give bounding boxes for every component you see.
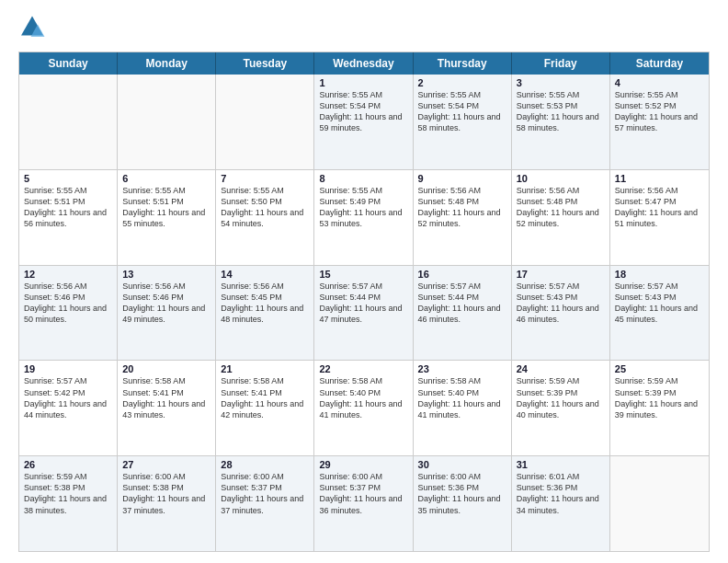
- calendar-cell: 14Sunrise: 5:56 AM Sunset: 5:45 PM Dayli…: [216, 266, 314, 361]
- calendar-cell: 1Sunrise: 5:55 AM Sunset: 5:54 PM Daylig…: [314, 75, 413, 169]
- weekday-header: Friday: [512, 52, 610, 75]
- day-number: 27: [122, 459, 210, 470]
- calendar-cell: 26Sunrise: 5:59 AM Sunset: 5:38 PM Dayli…: [19, 456, 118, 551]
- day-number: 20: [122, 363, 210, 374]
- calendar-row: 12Sunrise: 5:56 AM Sunset: 5:46 PM Dayli…: [19, 265, 709, 361]
- weekday-header: Wednesday: [314, 52, 413, 75]
- calendar-cell: 20Sunrise: 5:58 AM Sunset: 5:41 PM Dayli…: [118, 361, 216, 455]
- cell-info: Sunrise: 5:59 AM Sunset: 5:39 PM Dayligh…: [517, 375, 605, 420]
- calendar: SundayMondayTuesdayWednesdayThursdayFrid…: [18, 52, 710, 552]
- cell-info: Sunrise: 5:55 AM Sunset: 5:51 PM Dayligh…: [122, 185, 210, 230]
- cell-info: Sunrise: 5:57 AM Sunset: 5:44 PM Dayligh…: [418, 281, 506, 326]
- calendar-row: 26Sunrise: 5:59 AM Sunset: 5:38 PM Dayli…: [19, 455, 709, 551]
- calendar-body: 1Sunrise: 5:55 AM Sunset: 5:54 PM Daylig…: [19, 75, 709, 551]
- weekday-header: Monday: [118, 52, 216, 75]
- calendar-row: 5Sunrise: 5:55 AM Sunset: 5:51 PM Daylig…: [19, 169, 709, 265]
- day-number: 24: [517, 363, 605, 374]
- day-number: 26: [24, 459, 112, 470]
- calendar-cell: 12Sunrise: 5:56 AM Sunset: 5:46 PM Dayli…: [19, 266, 118, 361]
- cell-info: Sunrise: 5:57 AM Sunset: 5:42 PM Dayligh…: [24, 375, 112, 420]
- calendar-cell: 11Sunrise: 5:56 AM Sunset: 5:47 PM Dayli…: [610, 170, 709, 265]
- day-number: 2: [418, 77, 506, 88]
- cell-info: Sunrise: 5:55 AM Sunset: 5:54 PM Dayligh…: [319, 89, 407, 134]
- cell-info: Sunrise: 5:56 AM Sunset: 5:45 PM Dayligh…: [221, 281, 309, 326]
- cell-info: Sunrise: 6:00 AM Sunset: 5:36 PM Dayligh…: [418, 471, 506, 516]
- calendar-cell: 27Sunrise: 6:00 AM Sunset: 5:38 PM Dayli…: [118, 456, 216, 551]
- cell-info: Sunrise: 5:57 AM Sunset: 5:43 PM Dayligh…: [615, 281, 704, 326]
- day-number: 25: [615, 363, 704, 374]
- cell-info: Sunrise: 5:55 AM Sunset: 5:49 PM Dayligh…: [319, 185, 407, 230]
- cell-info: Sunrise: 5:57 AM Sunset: 5:43 PM Dayligh…: [517, 281, 605, 326]
- calendar-cell: 6Sunrise: 5:55 AM Sunset: 5:51 PM Daylig…: [118, 170, 216, 265]
- calendar-cell: 29Sunrise: 6:00 AM Sunset: 5:37 PM Dayli…: [314, 456, 413, 551]
- calendar-cell: 28Sunrise: 6:00 AM Sunset: 5:37 PM Dayli…: [216, 456, 314, 551]
- day-number: 1: [319, 77, 407, 88]
- calendar-cell: 25Sunrise: 5:59 AM Sunset: 5:39 PM Dayli…: [610, 361, 709, 455]
- day-number: 28: [221, 459, 309, 470]
- day-number: 23: [418, 363, 506, 374]
- calendar-header: SundayMondayTuesdayWednesdayThursdayFrid…: [19, 52, 709, 75]
- day-number: 8: [319, 173, 407, 184]
- cell-info: Sunrise: 6:00 AM Sunset: 5:37 PM Dayligh…: [221, 471, 309, 516]
- cell-info: Sunrise: 5:55 AM Sunset: 5:53 PM Dayligh…: [517, 89, 605, 134]
- day-number: 5: [24, 173, 112, 184]
- day-number: 22: [319, 363, 407, 374]
- cell-info: Sunrise: 5:56 AM Sunset: 5:48 PM Dayligh…: [418, 185, 506, 230]
- day-number: 31: [517, 459, 605, 470]
- weekday-header: Tuesday: [216, 52, 314, 75]
- day-number: 4: [615, 77, 704, 88]
- cell-info: Sunrise: 5:55 AM Sunset: 5:50 PM Dayligh…: [221, 185, 309, 230]
- calendar-cell: [216, 75, 314, 169]
- calendar-cell: 13Sunrise: 5:56 AM Sunset: 5:46 PM Dayli…: [118, 266, 216, 361]
- cell-info: Sunrise: 5:56 AM Sunset: 5:48 PM Dayligh…: [517, 185, 605, 230]
- day-number: 6: [122, 173, 210, 184]
- day-number: 19: [24, 363, 112, 374]
- cell-info: Sunrise: 5:58 AM Sunset: 5:41 PM Dayligh…: [122, 375, 210, 420]
- cell-info: Sunrise: 6:00 AM Sunset: 5:38 PM Dayligh…: [122, 471, 210, 516]
- day-number: 12: [24, 269, 112, 280]
- day-number: 3: [517, 77, 605, 88]
- calendar-cell: 24Sunrise: 5:59 AM Sunset: 5:39 PM Dayli…: [512, 361, 610, 455]
- calendar-cell: 10Sunrise: 5:56 AM Sunset: 5:48 PM Dayli…: [512, 170, 610, 265]
- cell-info: Sunrise: 5:59 AM Sunset: 5:38 PM Dayligh…: [24, 471, 112, 516]
- day-number: 10: [517, 173, 605, 184]
- day-number: 17: [517, 269, 605, 280]
- calendar-cell: 8Sunrise: 5:55 AM Sunset: 5:49 PM Daylig…: [314, 170, 413, 265]
- calendar-row: 19Sunrise: 5:57 AM Sunset: 5:42 PM Dayli…: [19, 360, 709, 455]
- calendar-cell: 3Sunrise: 5:55 AM Sunset: 5:53 PM Daylig…: [512, 75, 610, 169]
- calendar-cell: 7Sunrise: 5:55 AM Sunset: 5:50 PM Daylig…: [216, 170, 314, 265]
- weekday-header: Saturday: [610, 52, 709, 75]
- cell-info: Sunrise: 6:01 AM Sunset: 5:36 PM Dayligh…: [517, 471, 605, 516]
- day-number: 13: [122, 269, 210, 280]
- cell-info: Sunrise: 5:56 AM Sunset: 5:46 PM Dayligh…: [24, 281, 112, 326]
- calendar-cell: 21Sunrise: 5:58 AM Sunset: 5:41 PM Dayli…: [216, 361, 314, 455]
- cell-info: Sunrise: 5:55 AM Sunset: 5:54 PM Dayligh…: [418, 89, 506, 134]
- day-number: 18: [615, 269, 704, 280]
- calendar-cell: 16Sunrise: 5:57 AM Sunset: 5:44 PM Dayli…: [414, 266, 512, 361]
- calendar-cell: 22Sunrise: 5:58 AM Sunset: 5:40 PM Dayli…: [314, 361, 413, 455]
- day-number: 14: [221, 269, 309, 280]
- cell-info: Sunrise: 5:55 AM Sunset: 5:51 PM Dayligh…: [24, 185, 112, 230]
- page: SundayMondayTuesdayWednesdayThursdayFrid…: [0, 0, 728, 563]
- logo: [18, 15, 51, 42]
- calendar-cell: 31Sunrise: 6:01 AM Sunset: 5:36 PM Dayli…: [512, 456, 610, 551]
- cell-info: Sunrise: 5:56 AM Sunset: 5:47 PM Dayligh…: [615, 185, 704, 230]
- calendar-cell: 23Sunrise: 5:58 AM Sunset: 5:40 PM Dayli…: [414, 361, 512, 455]
- header: [18, 15, 710, 42]
- day-number: 11: [615, 173, 704, 184]
- cell-info: Sunrise: 5:58 AM Sunset: 5:40 PM Dayligh…: [319, 375, 407, 420]
- calendar-cell: 17Sunrise: 5:57 AM Sunset: 5:43 PM Dayli…: [512, 266, 610, 361]
- day-number: 29: [319, 459, 407, 470]
- cell-info: Sunrise: 5:59 AM Sunset: 5:39 PM Dayligh…: [615, 375, 704, 420]
- calendar-cell: 19Sunrise: 5:57 AM Sunset: 5:42 PM Dayli…: [19, 361, 118, 455]
- day-number: 15: [319, 269, 407, 280]
- calendar-cell: [19, 75, 118, 169]
- cell-info: Sunrise: 5:58 AM Sunset: 5:41 PM Dayligh…: [221, 375, 309, 420]
- cell-info: Sunrise: 5:56 AM Sunset: 5:46 PM Dayligh…: [122, 281, 210, 326]
- cell-info: Sunrise: 5:57 AM Sunset: 5:44 PM Dayligh…: [319, 281, 407, 326]
- weekday-header: Thursday: [414, 52, 512, 75]
- cell-info: Sunrise: 5:55 AM Sunset: 5:52 PM Dayligh…: [615, 89, 704, 134]
- calendar-row: 1Sunrise: 5:55 AM Sunset: 5:54 PM Daylig…: [19, 75, 709, 169]
- day-number: 9: [418, 173, 506, 184]
- calendar-cell: 4Sunrise: 5:55 AM Sunset: 5:52 PM Daylig…: [610, 75, 709, 169]
